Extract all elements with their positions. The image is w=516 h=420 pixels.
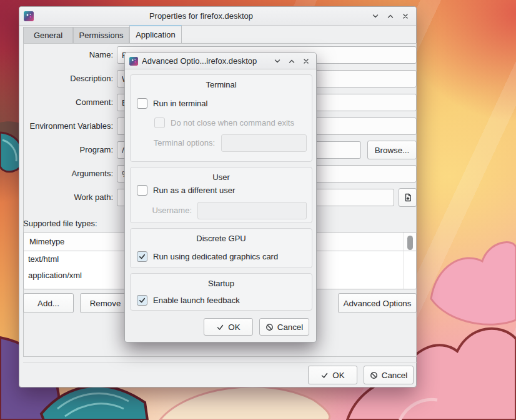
run-in-terminal-label: Run in terminal: [153, 98, 207, 109]
dialog-title: Advanced Optio...irefox.desktop: [142, 56, 267, 66]
remove-button-label: Remove: [90, 299, 121, 308]
tab-application-label: Application: [136, 30, 176, 39]
tab-general[interactable]: General: [23, 27, 73, 43]
discrete-gpu-group-title: Discrete GPU: [131, 234, 312, 243]
ok-button-label: OK: [332, 371, 344, 380]
check-icon: [138, 252, 146, 261]
terminal-options-input: [221, 134, 307, 152]
close-button[interactable]: [401, 12, 410, 21]
close-icon: [402, 12, 409, 20]
dedicated-graphics-checkbox[interactable]: [137, 251, 147, 262]
remove-button[interactable]: Remove: [80, 293, 131, 313]
run-in-terminal-checkbox[interactable]: [137, 98, 147, 109]
maximize-button[interactable]: [386, 12, 395, 21]
user-group: User Run as a different user Username:: [130, 167, 312, 223]
username-label: Username:: [131, 202, 192, 219]
name-label: Name:: [19, 46, 113, 64]
check-icon: [138, 296, 146, 304]
cancel-button[interactable]: Cancel: [364, 366, 414, 384]
browse-button-label: Browse...: [375, 146, 410, 155]
cancel-icon: [370, 371, 378, 379]
supported-file-types-label: Supported file types:: [23, 219, 97, 228]
program-label: Program:: [19, 141, 113, 159]
app-icon: [24, 11, 34, 21]
cancel-button-label: Cancel: [382, 371, 408, 380]
discrete-gpu-group: Discrete GPU Run using dedicated graphic…: [130, 228, 312, 268]
ok-check-icon: [216, 323, 224, 331]
dialog-ok-button[interactable]: OK: [204, 318, 253, 336]
browse-button[interactable]: Browse...: [367, 141, 417, 159]
chevron-down-icon: [274, 58, 281, 65]
button-box-separator: [23, 362, 417, 362]
tab-permissions[interactable]: Permissions: [73, 27, 129, 43]
do-not-close-label: Do not close when command exits: [171, 118, 294, 128]
comment-label: Comment:: [19, 94, 113, 111]
environment-variables-label: Environment Variables:: [19, 118, 113, 135]
terminal-group-title: Terminal: [131, 80, 312, 89]
terminal-group: Terminal Run in terminal Do not close wh…: [130, 74, 312, 162]
advanced-options-dialog: Advanced Optio...irefox.desktop Terminal…: [124, 52, 317, 342]
advanced-options-button-label: Advanced Options: [344, 299, 412, 308]
close-icon: [302, 58, 310, 65]
startup-group: Startup Enable launch feedback: [130, 273, 312, 311]
dialog-close-button[interactable]: [302, 57, 310, 66]
cancel-icon: [265, 323, 274, 331]
dialog-minimize-button[interactable]: [273, 57, 282, 66]
add-button-label: Add...: [37, 299, 59, 308]
tab-general-label: General: [34, 31, 62, 40]
dialog-titlebar[interactable]: Advanced Optio...irefox.desktop: [125, 53, 316, 69]
advanced-options-button[interactable]: Advanced Options: [338, 293, 417, 313]
launch-feedback-checkbox[interactable]: [137, 295, 147, 306]
description-label: Description:: [19, 70, 113, 88]
startup-group-title: Startup: [131, 279, 312, 288]
username-input: [197, 202, 307, 219]
ok-button[interactable]: OK: [308, 366, 357, 384]
user-group-title: User: [131, 172, 312, 182]
chevron-up-icon: [288, 58, 295, 65]
dialog-maximize-button[interactable]: [287, 57, 296, 66]
ok-check-icon: [320, 371, 329, 379]
minimize-button[interactable]: [371, 12, 380, 21]
scrollbar-track-divider: [404, 232, 404, 289]
desktop: { "theme": { "accent": "#3daee9", "windo…: [0, 0, 516, 420]
dialog-cancel-button-label: Cancel: [277, 322, 304, 332]
add-button[interactable]: Add...: [23, 293, 74, 313]
dedicated-graphics-label: Run using dedicated graphics card: [153, 251, 278, 262]
file-open-icon: [404, 193, 412, 202]
main-titlebar[interactable]: Properties for firefox.desktop: [19, 7, 416, 26]
dialog-cancel-button[interactable]: Cancel: [259, 318, 309, 336]
chevron-down-icon: [372, 12, 379, 20]
work-path-picker-button[interactable]: [399, 188, 417, 207]
work-path-label: Work path:: [19, 189, 113, 206]
dialog-ok-button-label: OK: [228, 322, 240, 332]
table-scrollbar[interactable]: [407, 236, 413, 250]
launch-feedback-label: Enable launch feedback: [153, 295, 240, 306]
tab-permissions-label: Permissions: [79, 31, 124, 40]
chevron-up-icon: [387, 12, 394, 20]
run-as-different-user-label: Run as a different user: [153, 185, 235, 196]
app-icon: [129, 57, 138, 66]
tab-bar: General Permissions Application: [23, 26, 182, 43]
tab-application[interactable]: Application: [129, 25, 182, 43]
terminal-options-label: Terminal options:: [131, 134, 215, 152]
run-as-different-user-checkbox[interactable]: [137, 185, 147, 196]
do-not-close-checkbox: [154, 118, 165, 128]
main-window-title: Properties for firefox.desktop: [37, 11, 365, 21]
arguments-label: Arguments:: [19, 165, 113, 182]
